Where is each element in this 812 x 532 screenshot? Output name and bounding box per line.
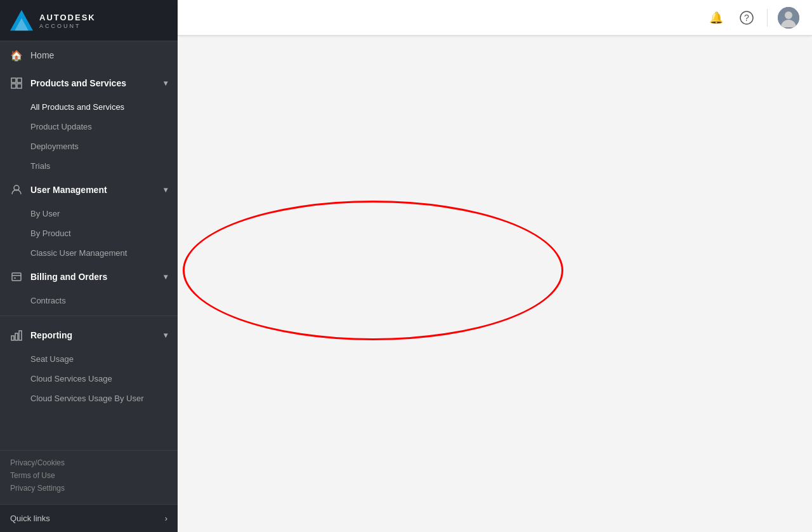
svg-rect-3 [17,78,22,83]
logo-text: AUTODESK [39,13,96,22]
sidebar-item-cloud-services-usage-user[interactable]: Cloud Services Usage By User [0,389,178,408]
sidebar-item-cloud-services-usage[interactable]: Cloud Services Usage [0,369,178,389]
sidebar-item-reporting[interactable]: Reporting ▾ [0,321,178,349]
notifications-button[interactable]: 🔔 [706,8,726,28]
sidebar-reporting-label: Reporting [30,330,72,340]
sidebar-nav: 🏠 Home Products and Services ▾ All Produ… [0,41,178,450]
header-icons: 🔔 ? [706,7,799,29]
logo-sub: ACCOUNT [39,23,96,29]
products-icon [10,77,23,90]
sidebar-item-products-services[interactable]: Products and Services ▾ [0,69,178,97]
billing-icon [10,270,23,283]
sidebar-divider [0,316,178,316]
sidebar-item-classic-user-mgmt[interactable]: Classic User Management [0,243,178,263]
privacy-cookies-link[interactable]: Privacy/Cookies [10,458,167,467]
sidebar-products-label: Products and Services [30,78,126,88]
svg-point-16 [785,11,792,19]
svg-rect-7 [12,273,21,281]
quick-links-bar[interactable]: Quick links › [0,504,178,532]
sidebar-item-home[interactable]: 🏠 Home [0,41,178,69]
sidebar-user-mgmt-label: User Management [30,185,107,195]
sidebar-item-trials[interactable]: Trials [0,156,178,176]
circle-annotation [183,201,563,340]
chevron-down-icon: ▾ [164,79,167,88]
sidebar-item-all-products[interactable]: All Products and Services [0,97,178,117]
svg-text:?: ? [744,13,749,23]
chevron-down-icon-3: ▾ [164,272,167,281]
sidebar-item-user-management[interactable]: User Management ▾ [0,176,178,204]
sidebar-item-home-label: Home [30,50,54,60]
sidebar-item-billing-orders[interactable]: Billing and Orders ▾ [0,263,178,291]
sidebar-item-seat-usage[interactable]: Seat Usage [0,349,178,369]
sidebar-billing-label: Billing and Orders [30,272,107,282]
chevron-down-icon-4: ▾ [164,331,167,340]
svg-rect-10 [11,336,14,340]
svg-rect-12 [19,331,22,340]
svg-rect-4 [11,84,16,88]
sidebar-item-by-product[interactable]: By Product [0,223,178,243]
sidebar-footer: Privacy/Cookies Terms of Use Privacy Set… [0,450,178,504]
help-button[interactable]: ? [737,8,757,28]
quick-links-label: Quick links [10,514,50,523]
svg-rect-2 [11,78,16,83]
header-divider [767,9,768,27]
sidebar-item-deployments[interactable]: Deployments [0,136,178,156]
privacy-settings-link[interactable]: Privacy Settings [10,484,167,493]
sidebar-item-product-updates[interactable]: Product Updates [0,117,178,136]
user-avatar[interactable] [778,7,799,29]
terms-of-use-link[interactable]: Terms of Use [10,471,167,480]
chevron-right-icon: › [165,514,167,523]
svg-rect-5 [17,84,22,88]
sidebar-item-by-user[interactable]: By User [0,204,178,223]
user-management-icon [10,183,23,196]
sidebar-item-contracts[interactable]: Contracts [0,291,178,310]
sidebar: AUTODESK ACCOUNT 🏠 Home Products and Ser… [0,0,178,532]
home-icon: 🏠 [10,49,23,62]
reporting-icon [10,329,23,342]
logo-area: AUTODESK ACCOUNT [0,0,178,41]
top-header: 🔔 ? [178,0,812,36]
svg-rect-11 [15,333,18,340]
autodesk-logo-icon [10,9,33,32]
chevron-down-icon-2: ▾ [164,185,167,194]
